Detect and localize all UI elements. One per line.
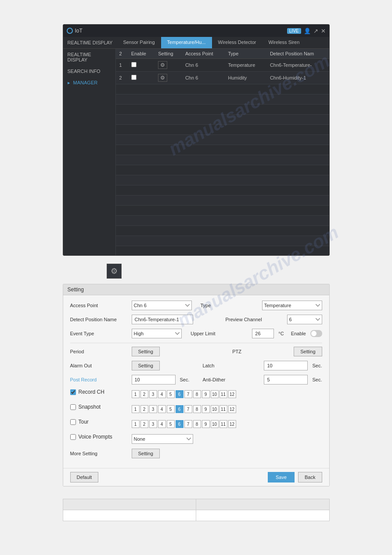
num-box[interactable]: 9 [202, 390, 210, 398]
table-row-empty [116, 206, 329, 216]
anti-dither-input[interactable] [264, 375, 308, 385]
panel-title: IoT [67, 28, 83, 34]
num-box[interactable]: 3 [149, 405, 157, 413]
tab-realtime[interactable]: REALTIME DISPLAY [63, 37, 117, 48]
gear-btn[interactable]: ⚙ [158, 61, 167, 69]
num-box[interactable]: 7 [184, 390, 192, 398]
num-box[interactable]: 4 [158, 420, 166, 428]
voice-checkbox[interactable] [70, 434, 76, 440]
setting-footer: Default Save Back [63, 468, 329, 486]
close-icon[interactable]: ✕ [321, 28, 326, 34]
num-box[interactable]: 4 [158, 390, 166, 398]
num-box[interactable]: 7 [184, 405, 192, 413]
num-box[interactable]: 12 [228, 420, 236, 428]
post-record-unit: Sec. [180, 377, 190, 382]
num-box[interactable]: 2 [140, 390, 148, 398]
sidebar-item-search[interactable]: SEARCH INFO [63, 65, 115, 77]
gear-button[interactable]: ⚙ [107, 264, 122, 279]
num-box[interactable]: 6 [176, 405, 183, 413]
num-box[interactable]: 2 [140, 420, 148, 428]
num-box[interactable]: 2 [140, 405, 148, 413]
period-setting-btn[interactable]: Setting [132, 347, 160, 356]
detect-pos-input[interactable] [132, 315, 193, 324]
voice-checkbox-row: Voice Prompts [70, 434, 127, 440]
table-row-empty [116, 236, 329, 246]
ptz-setting-btn[interactable]: Setting [294, 347, 322, 356]
num-box[interactable]: 12 [228, 390, 236, 398]
num-box[interactable]: 6 [176, 390, 183, 398]
cell-num: 2 [116, 72, 128, 84]
num-box[interactable]: 8 [193, 390, 201, 398]
num-box[interactable]: 1 [132, 405, 140, 413]
num-box[interactable]: 10 [211, 390, 219, 398]
num-box[interactable]: 1 [132, 390, 140, 398]
voice-prompts-select[interactable]: None [132, 434, 193, 444]
access-point-select[interactable]: Chn 6 [132, 301, 192, 310]
num-box[interactable]: 10 [211, 405, 219, 413]
num-box[interactable]: 12 [228, 405, 236, 413]
post-record-input[interactable] [132, 375, 176, 385]
num-box[interactable]: 5 [167, 405, 175, 413]
num-box[interactable]: 7 [184, 420, 192, 428]
num-box[interactable]: 9 [202, 405, 210, 413]
tab-temp[interactable]: Temperature/Hu... [161, 37, 212, 48]
sidebar-item-manager[interactable]: ▸ MANAGER [63, 77, 115, 89]
nav-tabs: REALTIME DISPLAY Sensor Pairing Temperat… [63, 37, 329, 49]
table-cell [63, 499, 196, 510]
num-box[interactable]: 4 [158, 405, 166, 413]
save-button[interactable]: Save [268, 472, 295, 482]
tab-wireless[interactable]: Wireless Detector [212, 37, 263, 48]
cell-num: 1 [116, 59, 128, 72]
user-icon[interactable]: 👤 [304, 28, 311, 34]
live-badge: LIVE [287, 28, 301, 34]
num-box[interactable]: 8 [193, 405, 201, 413]
row-alarm-latch: Alarm Out Setting Latch Sec. [70, 361, 322, 370]
num-box[interactable]: 5 [167, 420, 175, 428]
cell-type: Humidity [225, 72, 266, 84]
tab-sensor[interactable]: Sensor Pairing [117, 37, 161, 48]
num-box[interactable]: 10 [211, 420, 219, 428]
preview-ch-select[interactable]: 6 [287, 315, 322, 324]
row-snapshot: Snapshot 123456789101112 [70, 404, 322, 414]
num-box[interactable]: 3 [149, 390, 157, 398]
cell-enable[interactable] [128, 72, 155, 84]
row-postrecord-antidither: Post Record Sec. Anti-Dither Sec. [70, 375, 322, 385]
sidebar-item-realtime[interactable]: REALTIME DISPLAY [63, 49, 115, 65]
num-box[interactable]: 1 [132, 420, 140, 428]
cell-setting[interactable]: ⚙ [155, 72, 182, 84]
table-row [63, 499, 329, 510]
latch-input[interactable] [264, 361, 308, 370]
num-box[interactable]: 9 [202, 420, 210, 428]
num-box[interactable]: 8 [193, 420, 201, 428]
num-box[interactable]: 11 [219, 405, 227, 413]
latch-label: Latch [202, 363, 259, 368]
tab-siren[interactable]: Wireless Siren [262, 37, 306, 48]
record-ch-checkbox[interactable] [70, 389, 76, 395]
alarm-out-btn[interactable]: Setting [132, 361, 160, 370]
num-box[interactable]: 11 [219, 390, 227, 398]
type-select[interactable]: Temperature [262, 301, 322, 310]
back-button[interactable]: Back [298, 472, 322, 482]
num-box[interactable]: 6 [176, 420, 183, 428]
cell-enable[interactable] [128, 59, 155, 72]
cell-setting[interactable]: ⚙ [155, 59, 182, 72]
more-setting-btn[interactable]: Setting [132, 449, 160, 458]
detect-pos-label: Detect Position Name [70, 317, 127, 322]
table-row-empty [116, 115, 329, 125]
arrow-icon[interactable]: ↗ [313, 28, 318, 34]
num-box[interactable]: 11 [219, 420, 227, 428]
data-table: 2 Enable Setting Access Point Type Detec… [116, 49, 329, 255]
snapshot-checkbox-row: Snapshot [70, 404, 127, 410]
tour-checkbox[interactable] [70, 419, 76, 425]
gear-btn[interactable]: ⚙ [158, 74, 167, 82]
app-title: IoT [75, 28, 83, 34]
snapshot-checkbox[interactable] [70, 404, 76, 410]
event-type-select[interactable]: High [132, 329, 182, 338]
default-button[interactable]: Default [70, 472, 99, 482]
col-name: Detect Position Nam [266, 49, 329, 59]
event-type-label: Event Type [70, 331, 127, 336]
enable-toggle[interactable] [310, 330, 322, 337]
upper-limit-input[interactable] [252, 329, 274, 338]
num-box[interactable]: 3 [149, 420, 157, 428]
num-box[interactable]: 5 [167, 390, 175, 398]
